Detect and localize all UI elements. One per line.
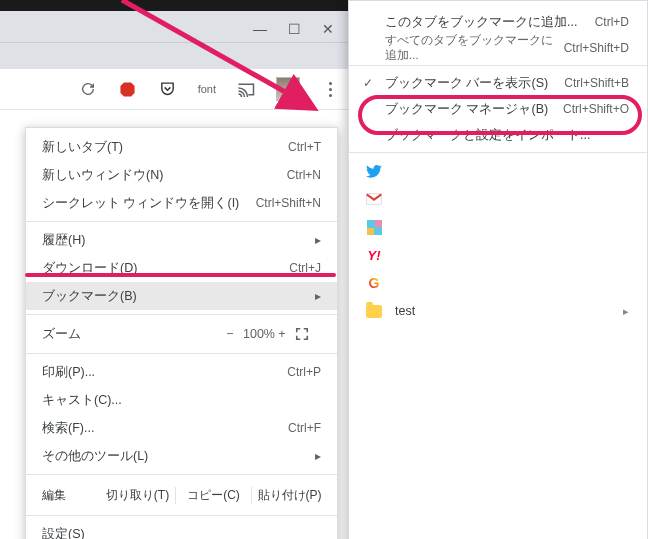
menu-separator [349, 65, 647, 66]
window-close-button[interactable]: ✕ [316, 21, 340, 37]
reload-icon[interactable] [78, 79, 98, 99]
menu-item-edit-row: 編集 切り取り(T) コピー(C) 貼り付け(P) [26, 479, 337, 511]
bookmark-folder-label: test [395, 304, 415, 318]
favicon-generic-icon [365, 218, 383, 236]
menu-separator [26, 474, 337, 475]
menu-item-bookmarks[interactable]: ブックマーク(B)▸ [26, 282, 337, 310]
menu-separator [349, 152, 647, 153]
gmail-icon [365, 190, 383, 208]
menu-item-new-window[interactable]: 新しいウィンドウ(N)Ctrl+N [26, 161, 337, 189]
menu-item-new-tab[interactable]: 新しいタブ(T)Ctrl+T [26, 133, 337, 161]
submenu-item-bookmark-all-tabs[interactable]: すべてのタブをブックマークに追加...Ctrl+Shift+D [349, 35, 647, 61]
zoom-in-button[interactable]: + [269, 327, 295, 341]
edit-label: 編集 [36, 487, 100, 504]
submenu-arrow-icon: ▸ [623, 305, 629, 318]
window-minimize-button[interactable]: — [248, 21, 272, 37]
zoom-label: ズーム [42, 326, 217, 343]
submenu-item-show-bookmarks-bar[interactable]: ブックマーク バーを表示(S)Ctrl+Shift+B [349, 70, 647, 96]
edit-copy-button[interactable]: コピー(C) [176, 487, 252, 504]
menu-separator [26, 314, 337, 315]
font-extension-icon[interactable]: font [198, 83, 216, 95]
menu-item-more-tools[interactable]: その他のツール(L)▸ [26, 442, 337, 470]
menu-item-find[interactable]: 検索(F)...Ctrl+F [26, 414, 337, 442]
titlebar: — ☐ ✕ [0, 11, 348, 43]
toolbar: font [0, 69, 348, 110]
google-icon: G [365, 274, 383, 292]
svg-rect-3 [367, 228, 374, 235]
yahoo-icon: Y! [365, 246, 383, 264]
bookmark-item-google[interactable]: G [349, 269, 647, 297]
main-menu: 新しいタブ(T)Ctrl+T 新しいウィンドウ(N)Ctrl+N シークレット … [25, 127, 338, 539]
zoom-out-button[interactable]: − [217, 327, 243, 341]
menu-item-cast[interactable]: キャスト(C)... [26, 386, 337, 414]
twitter-icon [365, 162, 383, 180]
zoom-level: 100% [243, 327, 269, 341]
annotation-highlight-oval [358, 95, 642, 135]
bookmark-folder-test[interactable]: test ▸ [349, 297, 647, 325]
menu-separator [26, 515, 337, 516]
window-maximize-button[interactable]: ☐ [282, 21, 306, 37]
menu-item-downloads[interactable]: ダウンロード(D)Ctrl+J [26, 254, 337, 282]
submenu-arrow-icon: ▸ [315, 233, 321, 247]
submenu-arrow-icon: ▸ [315, 289, 321, 303]
bookmark-item-generic[interactable] [349, 213, 647, 241]
submenu-item-bookmark-this-tab[interactable]: このタブをブックマークに追加...Ctrl+D [349, 9, 647, 35]
submenu-arrow-icon: ▸ [315, 449, 321, 463]
profile-avatar[interactable] [276, 77, 300, 101]
folder-icon [365, 302, 383, 320]
cast-icon[interactable] [236, 79, 256, 99]
menu-item-incognito[interactable]: シークレット ウィンドウを開く(I)Ctrl+Shift+N [26, 189, 337, 217]
tab-strip [0, 43, 348, 69]
pocket-icon[interactable] [158, 79, 178, 99]
edit-paste-button[interactable]: 貼り付け(P) [252, 487, 327, 504]
menu-item-zoom: ズーム − 100% + [26, 319, 337, 349]
kebab-menu-button[interactable] [320, 75, 340, 103]
menu-separator [26, 353, 337, 354]
menu-item-settings[interactable]: 設定(S) [26, 520, 337, 539]
edit-cut-button[interactable]: 切り取り(T) [100, 487, 176, 504]
bookmark-item-twitter[interactable] [349, 157, 647, 185]
menu-item-history[interactable]: 履歴(H)▸ [26, 226, 337, 254]
fullscreen-icon[interactable] [295, 327, 321, 341]
svg-marker-0 [121, 82, 135, 96]
menu-separator [26, 221, 337, 222]
menu-item-print[interactable]: 印刷(P)...Ctrl+P [26, 358, 337, 386]
stage: — ☐ ✕ font 新しいタブ(T)Ctrl+T 新しいウィンド [0, 0, 648, 539]
adblock-icon[interactable] [118, 79, 138, 99]
bookmark-item-gmail[interactable] [349, 185, 647, 213]
bookmarks-submenu: このタブをブックマークに追加...Ctrl+D すべてのタブをブックマークに追加… [348, 0, 648, 539]
highlight-underline [25, 273, 336, 277]
svg-rect-2 [375, 220, 382, 227]
bookmark-item-yahoo[interactable]: Y! [349, 241, 647, 269]
